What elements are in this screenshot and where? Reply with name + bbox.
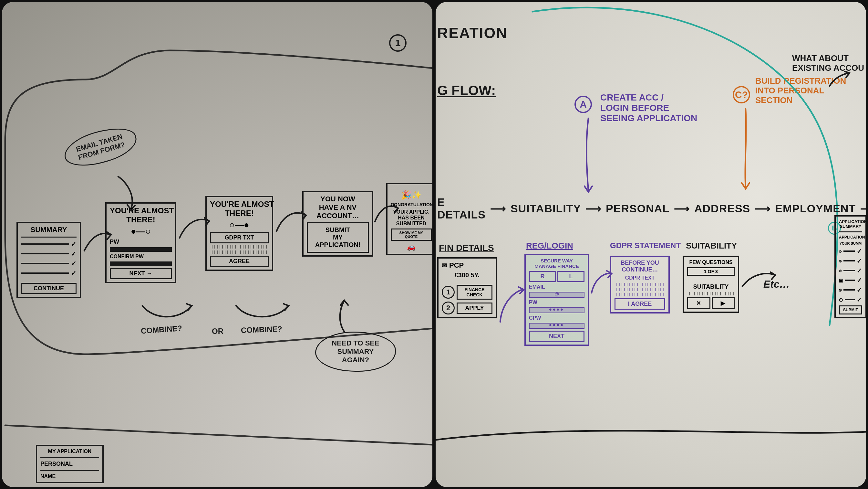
flow-steps-row: E DETAILS ⟶ SUITABILITY ⟶ PERSONAL ⟶ ADD… xyxy=(437,196,866,221)
card-almost-there-gdpr: YOU'RE ALMOST THERE! ○—● GDPR TXT AGREE xyxy=(206,196,273,271)
confirm-pw-label: CONFIRM PW xyxy=(110,254,172,260)
arrow-combine-left xyxy=(141,303,192,325)
appsum-submit-button: SUBMIT xyxy=(839,306,862,314)
stepper-dots: ○—● xyxy=(210,220,269,230)
option-a-text: CREATE ACC / LOGIN BEFORE SEEING APPLICA… xyxy=(600,92,697,124)
left-whiteboard-photo: 1 EMAIL TAKEN FROM FORM? SUMMARY CONTINU… xyxy=(2,2,432,487)
card-my-application: MY APPLICATION PERSONAL NAME xyxy=(36,445,104,483)
arrow-icon: ⟶ xyxy=(860,202,866,215)
confirm-pw-field xyxy=(110,261,172,266)
appsum-line: ▣ xyxy=(839,276,862,284)
confetti-icon: 🎉✨ xyxy=(391,190,432,200)
appsum-sub: APPLICATION xyxy=(839,235,862,239)
squiggle xyxy=(615,293,665,296)
card-congratulations: 🎉✨ CONGRATULATIONS YOUR APPLIC. HAS BEEN… xyxy=(386,183,432,255)
card-application-summary: APPLICATION SUMMARY APPLICATION YOUR SUM… xyxy=(834,215,866,318)
label-suitability: SUITABILITY xyxy=(686,241,737,251)
gdpr-title: BEFORE YOU CONTINUE… xyxy=(615,260,665,273)
congrats-body: YOUR APPLIC. HAS BEEN SUBMITTED xyxy=(391,209,432,227)
myapp-field: NAME xyxy=(40,473,99,479)
card-fin-details: ✉ PCP £300 5Y. 1 FINANCE CHECK 2 APPLY xyxy=(437,257,497,318)
myapp-section: PERSONAL xyxy=(40,461,99,467)
radio-icon: 2 xyxy=(442,301,455,314)
squiggle xyxy=(615,288,665,291)
almost2-agree-button: AGREE xyxy=(210,256,269,267)
suit-label: SUITABILITY xyxy=(687,283,735,290)
page-number: 1 xyxy=(395,37,401,49)
card-almost-there-pw: YOU'RE ALMOST THERE! ●—○ PW CONFIRM PW N… xyxy=(105,202,176,283)
reg-tabs: R L xyxy=(529,271,585,282)
flow-step-personal: PERSONAL xyxy=(606,202,670,215)
appsum-heading: APPLICATION SUMMARY xyxy=(839,219,862,229)
card-summary: SUMMARY CONTINUE xyxy=(17,222,81,298)
appsum-you: YOUR SUMM xyxy=(839,241,862,245)
card-suitability: FEW QUESTIONS 1 of 3 SUITABILITY ✕ ▶ xyxy=(683,256,739,313)
summary-line xyxy=(21,260,76,267)
nv-title: YOU NOW HAVE A NV ACCOUNT… xyxy=(307,195,369,220)
arrow-option-c xyxy=(738,109,754,190)
congrats-title: CONGRATULATIONS xyxy=(391,202,432,207)
option-c-badge: C? xyxy=(733,86,750,104)
suit-back-button: ✕ xyxy=(687,297,710,309)
page-number-badge: 1 xyxy=(389,34,407,52)
arrow-icon: ⟶ xyxy=(755,202,771,215)
note-existing-account: WHAT ABOUT EXISTING ACCOU xyxy=(792,54,864,73)
suit-nav: ✕ ▶ xyxy=(687,297,735,309)
fin-price: £300 5Y. xyxy=(442,271,492,279)
fin-pcp: PCP xyxy=(449,261,464,269)
squiggle xyxy=(687,292,735,295)
arrow-fin-to-reg xyxy=(499,286,524,325)
card-reg-login: SECURE WAY MANAGE FINANCE R L EMAIL @ PW… xyxy=(524,254,589,346)
card-nv-account: YOU NOW HAVE A NV ACCOUNT… SUBMIT MY APP… xyxy=(302,191,373,257)
arrow-icon: ⟶ xyxy=(490,202,506,215)
arrow-icon: ⟶ xyxy=(674,202,690,215)
squiggle xyxy=(210,251,269,254)
flow-step-details: E DETAILS xyxy=(437,196,486,221)
almost1-next-button: NEXT → xyxy=(110,268,172,279)
appsum-line: ⌾ xyxy=(839,257,862,265)
subheading-flow: G FLOW: xyxy=(437,83,496,98)
summary-continue-button: CONTINUE xyxy=(21,283,76,294)
reg-email-label: EMAIL xyxy=(529,284,585,290)
option-a: A xyxy=(575,96,592,113)
heading-creation: REATION xyxy=(437,25,507,42)
reg-cpw-field: •••• xyxy=(529,323,585,329)
gdpr-body-label: GDPR TEXT xyxy=(615,275,665,281)
flow-step-suitability: SUITABILITY xyxy=(510,202,581,215)
label-fin-details: FIN DETAILS xyxy=(439,243,494,253)
suit-title: FEW QUESTIONS xyxy=(687,260,735,265)
divider xyxy=(21,237,76,237)
appsum-line: ⌾ xyxy=(839,247,862,255)
annotation-need-summary: NEED TO SEE SUMMARY AGAIN? xyxy=(315,332,396,372)
almost1-title: YOU'RE ALMOST THERE! xyxy=(110,206,172,224)
arrow-reg-to-gdpr xyxy=(590,270,613,296)
arrow-icon: ⟶ xyxy=(585,202,601,215)
fin-option-1: 1 FINANCE CHECK xyxy=(442,285,492,299)
flow-step-address: ADDRESS xyxy=(694,202,750,215)
radio-icon: 1 xyxy=(442,286,455,299)
pw-field xyxy=(110,247,172,252)
label-reg-login: REG/LOGIN xyxy=(526,241,573,251)
squiggle xyxy=(615,283,665,286)
pw-label: PW xyxy=(110,238,172,245)
envelope-icon: ✉ xyxy=(442,261,447,269)
annotation-combine-right: COMBINE? xyxy=(241,324,283,335)
reg-pw-label: PW xyxy=(529,299,585,306)
fin-option-2: 2 APPLY xyxy=(442,301,492,314)
appsum-line: ⎋ xyxy=(839,286,862,294)
arrow-option-a xyxy=(580,118,596,193)
annotation-or: OR xyxy=(212,327,223,336)
reg-next-button: NEXT xyxy=(529,330,585,342)
summary-line xyxy=(21,269,76,277)
appsum-line: ⌾ xyxy=(839,267,862,275)
flow-step-employment: EMPLOYMENT xyxy=(775,202,856,215)
label-gdpr: GDPR STATEMENT xyxy=(610,241,681,250)
congrats-button: SHOW ME MY QUOTE xyxy=(391,229,432,241)
card-gdpr: BEFORE YOU CONTINUE… GDPR TEXT I AGREE xyxy=(610,256,670,314)
annotation-email-taken: EMAIL TAKEN FROM FORM? xyxy=(60,121,141,173)
option-a-badge: A xyxy=(575,96,592,113)
option-c: C? xyxy=(733,86,750,104)
submit-application-button: SUBMIT MY APPLICATION! xyxy=(307,222,369,253)
squiggle xyxy=(210,245,269,249)
myapp-title: MY APPLICATION xyxy=(40,449,99,454)
